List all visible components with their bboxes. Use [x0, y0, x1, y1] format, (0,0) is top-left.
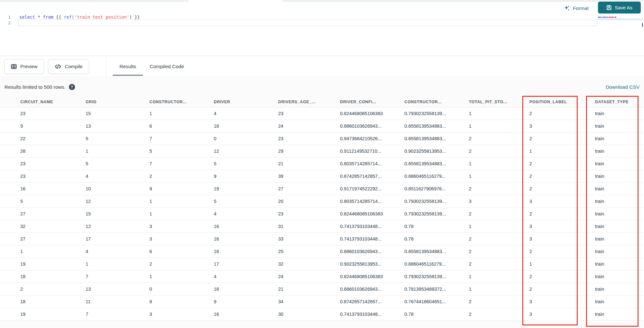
- table-cell: 3: [525, 232, 591, 245]
- table-cell: 16: [210, 308, 274, 320]
- table-cell: 3: [525, 195, 591, 207]
- minimap-scrollbar[interactable]: [642, 23, 643, 27]
- help-icon[interactable]: ?: [69, 84, 75, 90]
- table-cell: 0.8860103626943...: [336, 245, 400, 258]
- tab-compiled-code-label: Compiled Code: [150, 64, 184, 69]
- compile-button[interactable]: Compile: [48, 59, 89, 74]
- table-cell: 1: [465, 157, 525, 170]
- table-cell: 4: [81, 170, 145, 182]
- table-cell: 21: [274, 157, 336, 170]
- table-cell: 5: [145, 145, 210, 157]
- table-cell: 25: [274, 245, 336, 258]
- column-header[interactable]: CIRCUIT_NAME: [0, 97, 81, 107]
- table-cell: 0.7674418604651...: [400, 295, 465, 308]
- table-cell: 1: [145, 195, 210, 207]
- table-cell: 10: [81, 182, 145, 195]
- table-cell: 0.78: [400, 220, 465, 232]
- table-cell: 0.8742857142857...: [336, 170, 400, 182]
- table-cell: 4: [210, 107, 274, 120]
- results-table: CIRCUIT_NAMEGRIDCONSTRUCTOR...DRIVERDRIV…: [0, 97, 644, 321]
- code-token: 'train_test_position': [74, 14, 129, 20]
- table-cell: 2: [465, 308, 525, 320]
- results-tabs: Results Compiled Code: [113, 56, 191, 77]
- table-cell: 24: [274, 270, 336, 283]
- editor-minimap[interactable]: [598, 17, 643, 30]
- table-cell: 0.8860465116279...: [400, 258, 465, 270]
- table-row: 271514230.8244680851063830.7930232558139…: [0, 207, 644, 220]
- table-cell: 15: [81, 207, 145, 220]
- tab-compiled-code[interactable]: Compiled Code: [143, 56, 191, 77]
- table-cell: 2: [525, 182, 591, 195]
- minimap-viewport-band: [598, 18, 643, 20]
- table-cell: 0.9112149532710...: [336, 145, 400, 157]
- column-header[interactable]: DRIVER_CONFI...: [336, 97, 400, 107]
- table-cell: train: [591, 232, 644, 245]
- table-cell: 6: [145, 120, 210, 132]
- compile-label: Compile: [65, 64, 82, 69]
- tab-results[interactable]: Results: [113, 56, 143, 77]
- table-row: 3212316310.7413793103448...0.7813train: [0, 220, 644, 232]
- download-csv-link[interactable]: Download CSV: [606, 84, 639, 90]
- table-cell: 20: [274, 195, 336, 207]
- column-header[interactable]: TOTAL_PIT_STO...: [465, 97, 525, 107]
- table-cell: 3: [465, 195, 525, 207]
- column-header[interactable]: DRIVERS_AGE_...: [274, 97, 336, 107]
- table-cell: 1: [465, 283, 525, 295]
- table-cell: 3: [525, 220, 591, 232]
- table-cell: 19: [0, 258, 81, 270]
- table-cell: 4: [81, 245, 145, 258]
- sql-code-line: select * from {{ ref('train_test_positio…: [19, 14, 140, 20]
- table-cell: 23: [0, 170, 81, 182]
- table-cell: 29: [274, 145, 336, 157]
- active-line-highlight: [18, 20, 597, 26]
- format-button[interactable]: Format: [564, 5, 589, 12]
- table-cell: 23: [0, 157, 81, 170]
- line-number: 2: [0, 21, 11, 25]
- table-cell: 12: [81, 220, 145, 232]
- table-cell: 32: [274, 258, 336, 270]
- table-cell: 0.9473684210526...: [336, 132, 400, 145]
- column-header[interactable]: DRIVER: [210, 97, 274, 107]
- table-cell: 34: [274, 295, 336, 308]
- code-token: *: [38, 14, 40, 20]
- table-row: 1610919270.9171974522292...0.85116279069…: [0, 182, 644, 195]
- table-cell: 7: [81, 270, 145, 283]
- table-row: 2717316330.7413793103448...0.7823train: [0, 232, 644, 245]
- table-cell: 0.8035714285714...: [336, 195, 400, 207]
- column-header[interactable]: POSITION_LABEL: [525, 97, 591, 107]
- results-info-bar: Results limited to 500 rows. ? Download …: [0, 77, 644, 97]
- table-cell: 1: [145, 270, 210, 283]
- column-header[interactable]: CONSTRUCTOR...: [145, 97, 210, 107]
- line-number: 1: [0, 15, 11, 20]
- table-row: 51215200.8035714285714...0.7930232558139…: [0, 195, 644, 207]
- table-cell: train: [591, 120, 644, 132]
- table-cell: 23: [274, 207, 336, 220]
- table-cell: train: [591, 132, 644, 145]
- table-cell: train: [591, 220, 644, 232]
- column-header[interactable]: DATASET_TYPE: [591, 97, 644, 107]
- table-cell: 27: [0, 207, 81, 220]
- save-as-label: Save As: [615, 5, 632, 10]
- table-cell: 16: [210, 232, 274, 245]
- table-cell: 9: [210, 170, 274, 182]
- table-cell: 2: [465, 232, 525, 245]
- preview-button[interactable]: Preview: [4, 59, 44, 74]
- table-header-row: CIRCUIT_NAMEGRIDCONSTRUCTOR...DRIVERDRIV…: [0, 97, 644, 107]
- table-row: 281512290.9112149532710...0.902325581395…: [0, 145, 644, 157]
- table-cell: 1: [0, 245, 81, 258]
- table-cell: 0: [145, 283, 210, 295]
- sql-code-editor[interactable]: 1 select * from {{ ref('train_test_posit…: [0, 14, 644, 56]
- table-cell: 22: [0, 132, 81, 145]
- column-header[interactable]: CONSTRUCTOR...: [400, 97, 465, 107]
- table-cell: train: [591, 207, 644, 220]
- format-label: Format: [573, 5, 589, 11]
- table-cell: 0.8558139534883...: [400, 245, 465, 258]
- table-cell: 18: [0, 295, 81, 308]
- save-as-button[interactable]: Save As: [598, 2, 641, 14]
- table-cell: train: [591, 170, 644, 182]
- table-cell: 3: [145, 220, 210, 232]
- table-cell: 1: [525, 145, 591, 157]
- column-header[interactable]: GRID: [81, 97, 145, 107]
- table-cell: 2: [525, 170, 591, 182]
- table-cell: 23: [0, 107, 81, 120]
